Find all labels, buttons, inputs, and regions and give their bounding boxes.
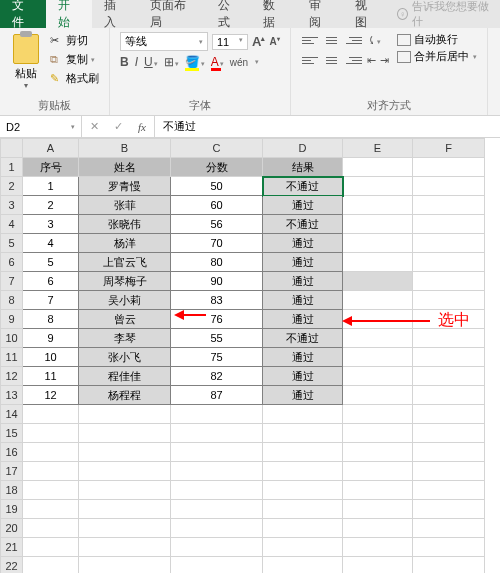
cell[interactable]	[343, 367, 413, 386]
align-left-button[interactable]	[301, 52, 319, 68]
cell[interactable]	[23, 424, 79, 443]
cell[interactable]: 6	[23, 272, 79, 291]
cell[interactable]	[413, 462, 485, 481]
cell[interactable]: 83	[171, 291, 263, 310]
cell[interactable]: 张晓伟	[79, 215, 171, 234]
cell[interactable]	[343, 443, 413, 462]
cell[interactable]	[79, 443, 171, 462]
cell[interactable]: 82	[171, 367, 263, 386]
cell[interactable]	[23, 481, 79, 500]
row-header-4[interactable]: 4	[1, 215, 23, 234]
cell[interactable]: 4	[23, 234, 79, 253]
cell[interactable]	[263, 500, 343, 519]
cell[interactable]: 76	[171, 310, 263, 329]
cell[interactable]	[413, 500, 485, 519]
cell[interactable]: 姓名	[79, 158, 171, 177]
format-painter-button[interactable]: ✎ 格式刷	[48, 70, 101, 87]
cell[interactable]: 程佳佳	[79, 367, 171, 386]
cell[interactable]	[413, 196, 485, 215]
cell[interactable]: 李琴	[79, 329, 171, 348]
cell[interactable]	[23, 538, 79, 557]
cell[interactable]	[79, 557, 171, 574]
align-top-button[interactable]	[301, 32, 319, 48]
cell[interactable]: 9	[23, 329, 79, 348]
copy-button[interactable]: ⧉ 复制 ▾	[48, 51, 101, 68]
cell[interactable]	[79, 405, 171, 424]
row-header-13[interactable]: 13	[1, 386, 23, 405]
align-middle-button[interactable]	[323, 32, 341, 48]
cell[interactable]	[171, 557, 263, 574]
cell[interactable]	[79, 481, 171, 500]
cell[interactable]	[343, 158, 413, 177]
wrap-text-button[interactable]: 自动换行	[397, 32, 477, 47]
cell[interactable]	[413, 538, 485, 557]
cell[interactable]: 2	[23, 196, 79, 215]
cell[interactable]: 通过	[263, 291, 343, 310]
cell[interactable]: 不通过	[263, 329, 343, 348]
row-header-3[interactable]: 3	[1, 196, 23, 215]
cell[interactable]: 55	[171, 329, 263, 348]
font-name-select[interactable]: 等线 ▾	[120, 32, 208, 51]
cell[interactable]: 70	[171, 234, 263, 253]
row-header-17[interactable]: 17	[1, 462, 23, 481]
cell[interactable]	[79, 538, 171, 557]
align-center-button[interactable]	[323, 52, 341, 68]
cell[interactable]: 通过	[263, 253, 343, 272]
cell[interactable]: 8	[23, 310, 79, 329]
tell-me[interactable]: ♀ 告诉我您想要做什	[389, 0, 500, 28]
cell[interactable]	[23, 462, 79, 481]
cell[interactable]	[171, 424, 263, 443]
cell[interactable]	[171, 481, 263, 500]
cell[interactable]	[343, 481, 413, 500]
cell[interactable]: 通过	[263, 310, 343, 329]
cell[interactable]: 通过	[263, 272, 343, 291]
row-header-22[interactable]: 22	[1, 557, 23, 574]
cell[interactable]	[343, 462, 413, 481]
tab-review[interactable]: 审阅	[297, 0, 343, 28]
font-size-select[interactable]: 11 ▾	[212, 34, 248, 50]
cell[interactable]	[79, 424, 171, 443]
cell[interactable]: 曾云	[79, 310, 171, 329]
cell[interactable]	[343, 215, 413, 234]
cell[interactable]	[343, 538, 413, 557]
cell[interactable]	[343, 424, 413, 443]
formula-input[interactable]: 不通过	[155, 116, 500, 137]
cell[interactable]	[343, 253, 413, 272]
col-header-E[interactable]: E	[343, 139, 413, 158]
cell[interactable]	[343, 196, 413, 215]
cell[interactable]	[263, 557, 343, 574]
border-button[interactable]: ⊞▾	[164, 55, 179, 69]
cell[interactable]	[263, 443, 343, 462]
cell[interactable]	[171, 443, 263, 462]
cell[interactable]: 分数	[171, 158, 263, 177]
cell[interactable]	[343, 272, 413, 291]
cell[interactable]	[79, 500, 171, 519]
cell[interactable]: 上官云飞	[79, 253, 171, 272]
col-header-D[interactable]: D	[263, 139, 343, 158]
fill-color-button[interactable]: 🪣▾	[185, 55, 205, 69]
cell[interactable]	[413, 557, 485, 574]
cell[interactable]: 杨洋	[79, 234, 171, 253]
indent-increase-button[interactable]: ⇥	[380, 54, 389, 67]
cell[interactable]	[171, 538, 263, 557]
italic-button[interactable]: I	[135, 55, 138, 69]
row-header-11[interactable]: 11	[1, 348, 23, 367]
paste-button[interactable]: 粘贴 ▾	[8, 32, 44, 96]
row-header-9[interactable]: 9	[1, 310, 23, 329]
cell[interactable]	[413, 424, 485, 443]
font-color-button[interactable]: A▾	[211, 55, 224, 69]
cell[interactable]	[23, 443, 79, 462]
cell[interactable]: 罗青慢	[79, 177, 171, 196]
cell[interactable]	[343, 291, 413, 310]
cell[interactable]: 87	[171, 386, 263, 405]
col-header-B[interactable]: B	[79, 139, 171, 158]
name-box[interactable]: D2 ▾	[0, 116, 82, 137]
cell[interactable]	[23, 519, 79, 538]
cell[interactable]: 吴小莉	[79, 291, 171, 310]
cancel-button[interactable]: ✕	[82, 116, 106, 137]
cell[interactable]	[23, 557, 79, 574]
col-header-A[interactable]: A	[23, 139, 79, 158]
tab-data[interactable]: 数据	[251, 0, 297, 28]
cell[interactable]: 不通过	[263, 215, 343, 234]
row-header-8[interactable]: 8	[1, 291, 23, 310]
